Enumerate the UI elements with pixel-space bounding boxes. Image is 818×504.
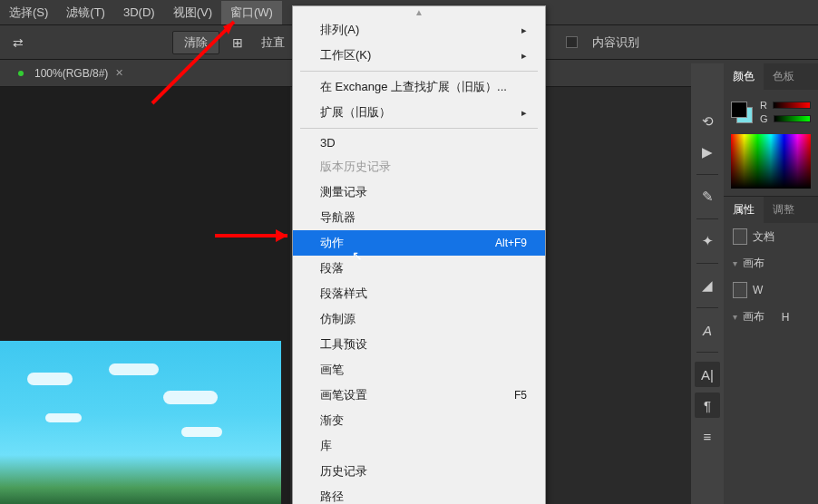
menu-filter[interactable]: 滤镜(T)	[57, 1, 114, 24]
menu-history[interactable]: 历史记录	[293, 459, 545, 484]
menu-workspace[interactable]: 工作区(K)▸	[293, 43, 545, 68]
character-icon[interactable]: A	[695, 317, 720, 343]
cursor-icon: ↖	[352, 248, 363, 263]
width-field[interactable]: W	[724, 276, 818, 304]
window-menu-dropdown: ▲ 排列(A)▸ 工作区(K)▸ 在 Exchange 上查找扩展（旧版）...…	[292, 5, 546, 504]
tab-swatches[interactable]: 色板	[764, 63, 803, 90]
chevron-right-icon: ▸	[521, 24, 527, 36]
menu-paths[interactable]: 路径	[293, 484, 545, 504]
chevron-right-icon: ▸	[521, 50, 527, 62]
menu-arrange[interactable]: 排列(A)▸	[293, 17, 545, 43]
file-icon	[733, 228, 747, 245]
menu-3d-panel[interactable]: 3D	[293, 131, 545, 154]
tab-color[interactable]: 颜色	[724, 63, 764, 90]
align-icon[interactable]: ≡	[695, 423, 720, 449]
menu-paragraph[interactable]: 段落	[293, 256, 545, 281]
canvas-area	[0, 87, 290, 504]
close-icon[interactable]: ✕	[115, 67, 123, 79]
content-aware-label: 内容识别	[592, 34, 639, 51]
tab-adjustments[interactable]: 调整	[764, 197, 803, 223]
canvas-image[interactable]	[0, 341, 281, 504]
menu-clone-source[interactable]: 仿制源	[293, 306, 545, 332]
panel-column: 颜色 色板 R G 属性 调整 文档	[724, 63, 818, 504]
straighten-icon[interactable]: ⊞	[229, 32, 247, 53]
r-slider[interactable]	[773, 102, 811, 109]
menu-paragraph-styles[interactable]: 段落样式	[293, 281, 545, 306]
straighten-label: 拉直	[261, 34, 285, 51]
color-panel: R G	[724, 90, 818, 196]
menu-select[interactable]: 选择(S)	[0, 1, 57, 24]
menu-gradients[interactable]: 渐变	[293, 408, 545, 433]
menu-version-history: 版本历史记录	[293, 154, 545, 179]
properties-panel-tabs: 属性 调整	[724, 197, 818, 223]
content-aware-checkbox[interactable]	[566, 36, 578, 48]
status-dot-icon	[18, 71, 24, 76]
menu-libraries[interactable]: 库	[293, 433, 545, 459]
paragraph-icon[interactable]: ¶	[695, 393, 720, 418]
color-panel-tabs: 颜色 色板	[724, 63, 818, 90]
menu-navigator[interactable]: 导航器	[293, 205, 545, 230]
g-label: G	[760, 113, 768, 124]
menu-3d[interactable]: 3D(D)	[114, 2, 164, 23]
right-panel-dock: ⟲ ▶ ✎ ✦ ◢ A A| ¶ ≡ 颜色 色板 R G	[691, 63, 818, 504]
color-spectrum[interactable]	[731, 134, 811, 189]
document-section: 文档	[724, 223, 818, 250]
glyphs-icon[interactable]: A|	[695, 362, 720, 387]
menu-extensions[interactable]: 扩展（旧版）▸	[293, 100, 545, 125]
menu-actions[interactable]: 动作Alt+F9	[293, 230, 545, 256]
histogram-icon[interactable]: ◢	[695, 273, 720, 298]
tab-properties[interactable]: 属性	[724, 197, 764, 223]
menu-brush-settings[interactable]: 画笔设置F5	[293, 383, 545, 408]
clone-source-icon[interactable]: ✦	[695, 228, 720, 254]
menu-view[interactable]: 视图(V)	[164, 1, 221, 24]
foreground-background-swatch[interactable]	[731, 102, 753, 123]
tool-icon-strip: ⟲ ▶ ✎ ✦ ◢ A A| ¶ ≡	[691, 63, 724, 504]
shortcut-label: F5	[514, 389, 527, 402]
canvas-section-header[interactable]: ▾ 画布	[724, 250, 818, 276]
dropdown-scroll-up-icon[interactable]: ▲	[293, 6, 545, 17]
menu-tool-presets[interactable]: 工具预设	[293, 332, 545, 357]
history-icon[interactable]: ⟲	[695, 109, 720, 134]
clear-button[interactable]: 清除	[172, 31, 219, 54]
canvas-section-header-2[interactable]: ▾ 画布 H	[724, 304, 818, 330]
document-tab[interactable]: 100%(RGB/8#) ✕	[9, 62, 132, 85]
menu-separator	[300, 128, 538, 129]
chevron-down-icon: ▾	[733, 312, 737, 322]
menu-window[interactable]: 窗口(W)	[221, 1, 282, 24]
menu-separator	[300, 71, 538, 72]
menu-brushes[interactable]: 画笔	[293, 357, 545, 383]
chevron-down-icon: ▾	[733, 258, 737, 268]
menu-find-extensions[interactable]: 在 Exchange 上查找扩展（旧版）...	[293, 74, 545, 100]
menu-measurement[interactable]: 测量记录	[293, 179, 545, 205]
play-icon[interactable]: ▶	[695, 140, 720, 165]
g-slider[interactable]	[774, 115, 811, 122]
swap-icon[interactable]: ⇄	[9, 32, 27, 53]
brush-icon[interactable]: ✎	[695, 184, 720, 209]
chevron-right-icon: ▸	[521, 107, 527, 119]
r-label: R	[760, 100, 767, 111]
shortcut-label: Alt+F9	[495, 237, 527, 249]
page-icon	[733, 282, 747, 298]
document-title: 100%(RGB/8#)	[34, 67, 108, 80]
